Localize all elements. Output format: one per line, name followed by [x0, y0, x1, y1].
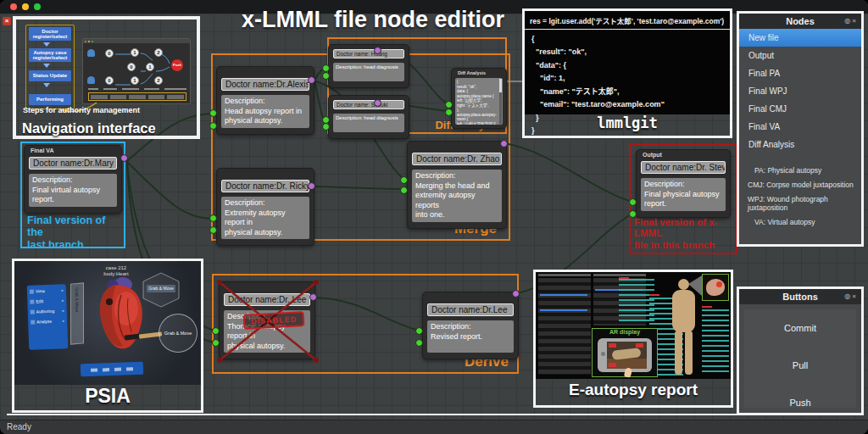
legend-cmj: CMJ: Corpse model juxtaposition [748, 181, 861, 189]
nodes-item-final-va[interactable]: Final VA [739, 118, 861, 136]
port-in-diff-1[interactable] [445, 101, 453, 108]
port-in-output-1[interactable] [629, 198, 637, 206]
nodes-item-diff-analysis[interactable]: Diff Analysis [739, 136, 861, 153]
nodes-item-final-cmj[interactable]: Final CMJ [739, 100, 861, 118]
grab-move-label: Grab & Move [164, 331, 192, 336]
port-out-zhao[interactable] [500, 140, 508, 147]
port-in-lee-disabled-2[interactable] [212, 339, 220, 347]
ar-display-box: AR display [592, 328, 658, 377]
vr-menu-view: View [36, 287, 59, 293]
port-in-ricky-2[interactable] [209, 226, 217, 234]
commit-circle: 0 [105, 49, 114, 58]
slider[interactable] [540, 294, 587, 296]
node-lee-disabled[interactable]: Doctor name:Dr. Lee Description: Thoraci… [219, 281, 315, 359]
panel-target-icon[interactable]: ◎ [844, 17, 852, 25]
port-in-huang-1[interactable] [322, 64, 330, 72]
node-final-va[interactable]: Final VA Doctor name:Dr.Mary Description… [24, 145, 122, 214]
panel-close-icon[interactable]: × [852, 292, 858, 300]
node-suzuki[interactable]: Doctor name: Suzuki Description: head di… [328, 95, 409, 139]
psia-label: PSIA [14, 385, 201, 408]
port-out-alexis[interactable] [308, 76, 315, 84]
port-in-suzuki-2[interactable] [322, 123, 330, 131]
zhao-doctor-field[interactable]: Doctor name:Dr. Zhao [412, 153, 502, 165]
zhao-desc-field[interactable]: Description: Merging the head and extrem… [412, 170, 502, 222]
node-zhao[interactable]: Doctor name:Dr. Zhao Description: Mergin… [407, 141, 507, 229]
commit-circle: 2 [154, 76, 163, 85]
port-in-ricky-1[interactable] [209, 214, 217, 222]
port-out-lee-disabled[interactable] [309, 293, 317, 301]
port-in-lee-disabled-1[interactable] [212, 327, 220, 335]
lmmlgit-terminal[interactable]: res = lgit.user.add('テスト太郎', 'test.taro@… [525, 11, 730, 114]
output-desc-field[interactable]: Description: Final physical autopsy repo… [641, 178, 726, 211]
lee-doctor-field[interactable]: Doctor name:Dr.Lee [427, 303, 514, 316]
node-lee[interactable]: Doctor name:Dr.Lee Description: Revised … [422, 292, 519, 359]
wound-inset [702, 274, 729, 301]
magnifier-lens[interactable]: Grab & Move [159, 314, 198, 353]
close-window-icon[interactable] [10, 3, 17, 10]
port-out-final-va[interactable] [120, 154, 128, 162]
node-output[interactable]: Output Doctor name:Dr. Steve Description… [636, 149, 731, 218]
port-in-alexis-1[interactable] [209, 109, 217, 117]
final-va-annotation-box: Final VA Doctor name:Dr.Mary Description… [20, 142, 125, 248]
form-panel-left [538, 278, 591, 375]
node-final-va-title: Final VA [31, 147, 53, 153]
doctor-avatar-icon [87, 49, 95, 57]
x-mark-icon: × [61, 298, 64, 303]
port-out-huang[interactable] [374, 47, 381, 54]
port-out-lee[interactable] [512, 290, 520, 298]
huang-desc-field[interactable]: Description: head diagnosis [333, 63, 404, 81]
maximize-window-icon[interactable] [34, 3, 41, 10]
step-doctor-register: Doctor register/select [29, 27, 71, 41]
port-in-huang-2[interactable] [322, 72, 330, 80]
alexis-desc-field[interactable]: Description: Head autopsy report in phys… [221, 95, 309, 128]
commit-circle: 1 [131, 48, 139, 57]
body-model-leg [685, 331, 693, 375]
close-tab-icon[interactable]: × [3, 17, 11, 25]
lee-desc-field[interactable]: Description: Revised report. [427, 320, 514, 353]
push-button[interactable]: Push [739, 398, 861, 408]
huang-doctor-field[interactable]: Doctor name: Huang [333, 49, 404, 58]
panel-close-icon[interactable]: × [852, 17, 858, 25]
port-in-zhao-1[interactable] [400, 176, 408, 184]
final-va-annotation-label: Final version of the last branch [27, 214, 124, 251]
nodes-item-new-file[interactable]: New file [739, 29, 861, 47]
output-doctor-field[interactable]: Doctor name:Dr. Steve [641, 161, 726, 174]
port-in-lee-1[interactable] [415, 327, 423, 335]
slider[interactable] [540, 309, 587, 311]
nodes-item-final-pa[interactable]: Final PA [739, 64, 861, 82]
alexis-doctor-field[interactable]: Doctor name:Dr.Alexis [221, 78, 309, 91]
navigation-interface-panel: Doctor register/select Autopsy case regi… [13, 16, 200, 139]
node-huang[interactable]: Doctor name: Huang Description: head dia… [328, 44, 409, 88]
minimize-window-icon[interactable] [22, 3, 29, 10]
nodes-panel: Nodes ◎× New file Output Final PA Final … [737, 11, 864, 247]
grab-move-label: Grab & Move [75, 287, 80, 313]
suzuki-desc-field[interactable]: Description: head diagnosis [333, 114, 404, 132]
ricky-doctor-field[interactable]: Doctor name:Dr. Ricky [221, 180, 309, 192]
port-in-diff-2[interactable] [445, 108, 453, 116]
buttons-panel-header: Buttons ◎× [739, 289, 861, 304]
port-in-alexis-2[interactable] [209, 122, 217, 130]
eautopsy-screenshot: AR display [536, 272, 731, 379]
port-in-zhao-2[interactable] [400, 186, 408, 194]
node-alexis[interactable]: Doctor name:Dr.Alexis Description: Head … [216, 66, 314, 135]
node-canvas[interactable]: x-LMML file node editior × Merge Diff an… [0, 14, 868, 420]
final-va-desc-field[interactable]: Description: Final virtual autopsy repor… [29, 174, 117, 207]
diff-node-scrollbar[interactable] [499, 79, 502, 124]
port-in-lee-2[interactable] [415, 339, 423, 347]
port-in-output-2[interactable] [629, 210, 637, 218]
diff-node-title: Diff Analysis [458, 70, 486, 75]
nodes-item-final-wpj[interactable]: Final WPJ [739, 82, 861, 100]
pull-button[interactable]: Pull [739, 360, 861, 370]
port-out-suzuki[interactable] [374, 99, 381, 107]
nodes-panel-title: Nodes [786, 16, 815, 26]
node-diff-analysis[interactable]: Diff Analysis { result: "ok", data: { au… [451, 68, 507, 129]
commit-button[interactable]: Commit [739, 323, 861, 333]
ricky-desc-field[interactable]: Description: Extremity autopsy report in… [221, 197, 309, 239]
legend-va: VA: Virtual autopsy [748, 218, 861, 226]
node-ricky[interactable]: Doctor name:Dr. Ricky Description: Extre… [216, 168, 314, 246]
final-va-doctor-field[interactable]: Doctor name:Dr.Mary [29, 157, 117, 170]
suzuki-doctor-field[interactable]: Doctor name: Suzuki [333, 100, 404, 109]
port-out-ricky[interactable] [308, 182, 315, 190]
panel-target-icon[interactable]: ◎ [844, 292, 852, 300]
nodes-item-output[interactable]: Output [739, 47, 861, 64]
